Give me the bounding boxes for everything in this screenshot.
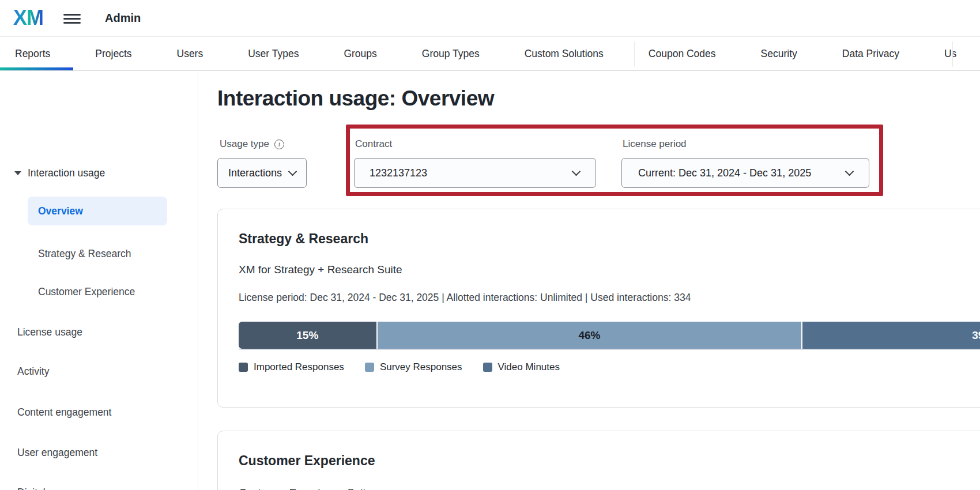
card-meta: License period: Dec 31, 2024 - Dec 31, 2… xyxy=(239,292,691,304)
legend-label: Survey Responses xyxy=(380,361,462,373)
strategy-research-card: Strategy & Research XM for Strategy + Re… xyxy=(217,209,980,408)
tab-separator xyxy=(634,42,635,67)
bar-segment-survey-responses: 46% xyxy=(378,322,803,349)
main-content: Interaction usage: Overview Usage type i… xyxy=(198,71,980,490)
tab-groups[interactable]: Groups xyxy=(344,37,376,70)
app-title: Admin xyxy=(105,12,141,25)
chevron-down-icon xyxy=(572,167,581,176)
legend-item-imported-responses: Imported Responses xyxy=(239,361,344,373)
legend-swatch xyxy=(239,363,248,372)
tab-separator xyxy=(952,42,953,67)
sidebar-item-label: Interaction usage xyxy=(28,167,105,179)
license-period-value: Current: Dec 31, 2024 - Dec 31, 2025 xyxy=(638,167,811,179)
contract-select[interactable]: 1232137123 xyxy=(354,158,596,188)
card-title: Strategy & Research xyxy=(239,231,368,247)
sidebar-item-label: License usage xyxy=(17,326,82,338)
bar-segment-value: 39% xyxy=(972,329,980,342)
legend-item-video-minutes: Video Minutes xyxy=(483,361,560,373)
bar-legend: Imported ResponsesSurvey ResponsesVideo … xyxy=(239,361,560,373)
license-period-select[interactable]: Current: Dec 31, 2024 - Dec 31, 2025 xyxy=(621,158,869,188)
usage-stacked-bar: 15%46%39% xyxy=(239,322,980,349)
tab-coupon-codes[interactable]: Coupon Codes xyxy=(649,37,716,70)
usage-type-select[interactable]: Interactions xyxy=(217,158,307,188)
usage-type-label: Usage type i xyxy=(220,138,284,150)
tab-bar: ReportsProjectsUsersUser TypesGroupsGrou… xyxy=(0,37,980,71)
sidebar-item-strategy-research[interactable]: Strategy & Research xyxy=(38,244,131,263)
sidebar-item-customer-experience[interactable]: Customer Experience xyxy=(38,282,135,301)
contract-value: 1232137123 xyxy=(370,167,427,179)
card-subtitle: XM for Strategy + Research Suite xyxy=(239,263,402,276)
legend-swatch xyxy=(365,363,374,372)
customer-experience-card: Customer Experience Customer Experience … xyxy=(217,431,980,490)
sidebar-item-label: Content engagement xyxy=(17,406,111,419)
sidebar-item-label: Digital usage xyxy=(17,487,76,490)
sidebar-item-label: Activity xyxy=(17,365,49,378)
top-header: XM Admin xyxy=(0,0,980,37)
info-icon[interactable]: i xyxy=(274,140,284,149)
card-title: Customer Experience xyxy=(239,453,375,469)
tab-bar-items: ReportsProjectsUsersUser TypesGroupsGrou… xyxy=(15,37,980,70)
tab-custom-solutions[interactable]: Custom Solutions xyxy=(525,37,604,70)
tab-group-types[interactable]: Group Types xyxy=(422,37,480,70)
sidebar-item-interaction-usage[interactable]: Interaction usage xyxy=(14,163,105,183)
contract-label-text: Contract xyxy=(355,138,392,150)
sidebar-item-license-usage[interactable]: License usage xyxy=(17,322,82,342)
tab-user-types[interactable]: User Types xyxy=(248,37,299,70)
bar-segment-value: 46% xyxy=(578,329,600,342)
card-subtitle: Customer Experience Suite xyxy=(239,487,372,490)
sidebar-item-user-engagement[interactable]: User engagement xyxy=(17,443,97,462)
bar-segment-video-minutes: 39% xyxy=(802,322,980,349)
sidebar-nav: Interaction usageOverviewStrategy & Rese… xyxy=(0,71,198,490)
legend-label: Imported Responses xyxy=(254,361,344,373)
legend-item-survey-responses: Survey Responses xyxy=(365,361,462,373)
contract-label: Contract xyxy=(355,138,392,150)
legend-swatch xyxy=(483,363,492,372)
xm-logo: XM xyxy=(13,6,43,30)
tab-security[interactable]: Security xyxy=(761,37,797,70)
legend-label: Video Minutes xyxy=(498,361,560,373)
tab-reports[interactable]: Reports xyxy=(15,37,50,70)
usage-type-label-text: Usage type xyxy=(220,138,269,150)
sidebar-item-label: User engagement xyxy=(17,447,97,459)
license-period-label: License period xyxy=(623,138,687,150)
chevron-down-icon xyxy=(845,167,854,176)
sidebar-item-content-engagement[interactable]: Content engagement xyxy=(17,402,111,422)
sidebar-item-activity[interactable]: Activity xyxy=(17,361,49,381)
chevron-down-icon xyxy=(288,167,297,176)
license-period-label-text: License period xyxy=(623,138,687,150)
admin-app: XM Admin ReportsProjectsUsersUser TypesG… xyxy=(0,0,980,490)
bar-segment-value: 15% xyxy=(296,329,318,342)
usage-type-value: Interactions xyxy=(228,167,282,179)
page-title: Interaction usage: Overview xyxy=(217,86,494,111)
hamburger-menu-icon[interactable] xyxy=(63,14,81,24)
bar-segment-imported-responses: 15% xyxy=(239,322,378,349)
tab-data-privacy[interactable]: Data Privacy xyxy=(842,37,899,70)
active-tab-underline xyxy=(0,67,73,70)
sidebar-item-label: Strategy & Research xyxy=(38,248,131,260)
sidebar-item-label: Overview xyxy=(38,205,83,217)
sidebar-item-overview[interactable]: Overview xyxy=(28,197,167,225)
tab-users[interactable]: Users xyxy=(177,37,203,70)
sidebar-item-digital-usage[interactable]: Digital usage xyxy=(17,483,76,490)
caret-down-icon[interactable] xyxy=(14,171,21,175)
sidebar-item-label: Customer Experience xyxy=(38,286,135,298)
tab-us[interactable]: Us xyxy=(944,37,956,70)
tab-projects[interactable]: Projects xyxy=(95,37,131,70)
